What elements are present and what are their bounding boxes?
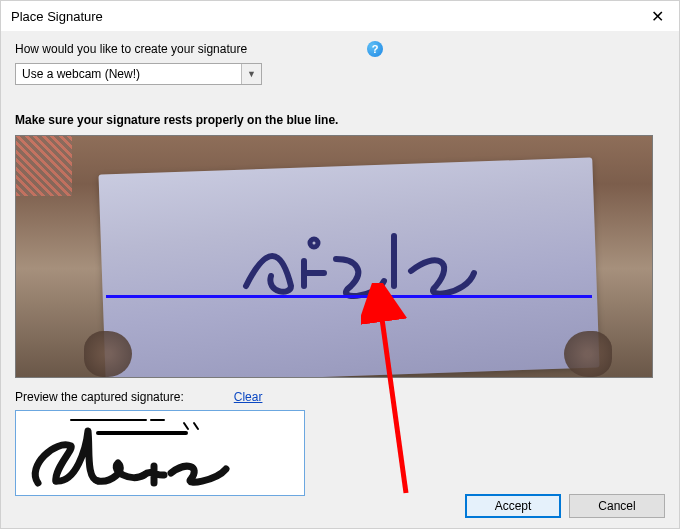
accept-button[interactable]: Accept bbox=[465, 494, 561, 518]
title-bar: Place Signature ✕ bbox=[1, 1, 679, 31]
hand-right bbox=[564, 331, 612, 377]
signature-method-select[interactable]: Use a webcam (New!) ▼ bbox=[15, 63, 262, 85]
cancel-button[interactable]: Cancel bbox=[569, 494, 665, 518]
webcam-capture-view bbox=[15, 135, 653, 378]
help-icon[interactable]: ? bbox=[367, 41, 383, 57]
capture-instruction: Make sure your signature rests properly … bbox=[15, 113, 665, 127]
dialog-buttons: Accept Cancel bbox=[465, 494, 665, 518]
hand-left bbox=[84, 331, 132, 377]
alignment-line bbox=[106, 295, 592, 298]
signature-preview-image bbox=[16, 411, 305, 496]
signature-method-value: Use a webcam (New!) bbox=[16, 67, 241, 81]
svg-point-0 bbox=[310, 239, 318, 247]
background-object bbox=[15, 136, 72, 196]
clear-link[interactable]: Clear bbox=[234, 390, 263, 404]
signature-preview bbox=[15, 410, 305, 496]
captured-signature-mirrored bbox=[236, 231, 496, 311]
dialog-body: How would you like to create your signat… bbox=[1, 31, 679, 529]
preview-label: Preview the captured signature: bbox=[15, 390, 184, 404]
chevron-down-icon: ▼ bbox=[241, 64, 261, 84]
dialog-title: Place Signature bbox=[11, 9, 103, 24]
close-icon[interactable]: ✕ bbox=[643, 5, 671, 27]
create-method-label: How would you like to create your signat… bbox=[15, 42, 247, 56]
